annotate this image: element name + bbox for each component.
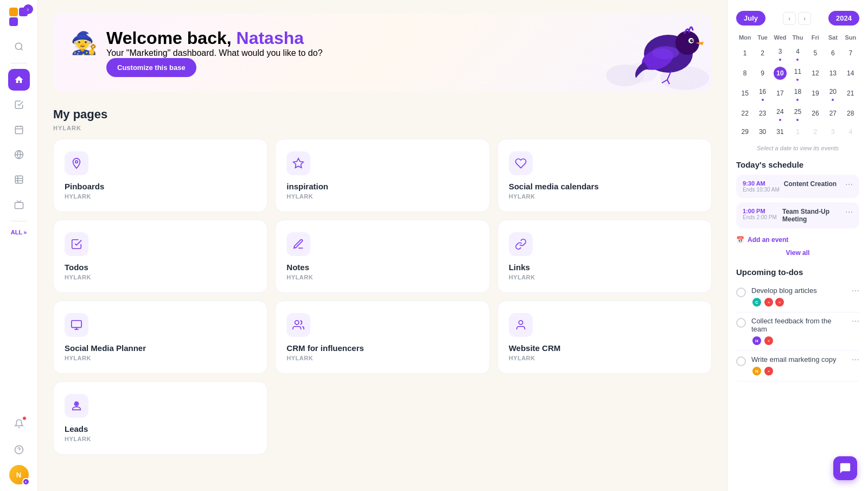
cal-day-1-2[interactable]: 10 bbox=[771, 63, 789, 83]
calendar-next-btn[interactable]: › bbox=[798, 12, 811, 25]
remove-avatar-1[interactable]: × bbox=[764, 298, 773, 307]
cal-day-3-4[interactable]: 26 bbox=[807, 103, 824, 123]
chat-icon bbox=[839, 462, 851, 474]
schedule-end-2: Ends 2:00 PM bbox=[743, 214, 778, 220]
todo-checkbox-3[interactable] bbox=[736, 356, 746, 366]
notes-workspace: HYLARK bbox=[286, 274, 478, 280]
todo-item-1: Develop blog articles C × × ⋯ bbox=[736, 282, 859, 313]
logo[interactable]: › bbox=[8, 7, 30, 28]
right-panel: July ‹ › 2024 Mon Tue Wed Thu Fri Sat Su… bbox=[727, 0, 868, 491]
page-card-pinboards[interactable]: Pinboards HYLARK bbox=[53, 139, 267, 212]
cal-day-0-2[interactable]: 3 bbox=[771, 43, 789, 63]
page-card-inspiration[interactable]: inspiration HYLARK bbox=[275, 139, 489, 212]
page-card-links[interactable]: Links HYLARK bbox=[497, 220, 712, 293]
cal-header-tue: Tue bbox=[754, 32, 771, 43]
cal-day-3-1[interactable]: 23 bbox=[754, 103, 771, 123]
cal-day-1-1[interactable]: 9 bbox=[754, 63, 771, 83]
cal-day-4-1[interactable]: 30 bbox=[754, 123, 771, 141]
calendar-prev-btn[interactable]: ‹ bbox=[783, 12, 796, 25]
cal-day-2-3[interactable]: 18 bbox=[789, 83, 806, 103]
todo-more-1[interactable]: ⋯ bbox=[852, 286, 859, 295]
page-card-leads[interactable]: Leads HYLARK bbox=[53, 381, 267, 455]
remove-avatar-2[interactable]: × bbox=[775, 298, 784, 307]
cal-day-3-3[interactable]: 25 bbox=[789, 103, 806, 123]
todo-more-3[interactable]: ⋯ bbox=[852, 355, 859, 364]
cal-day-2-2[interactable]: 17 bbox=[771, 83, 789, 103]
sidebar-item-globe[interactable] bbox=[8, 144, 30, 165]
cal-day-4-4[interactable]: 2 bbox=[807, 123, 824, 141]
sidebar-bottom: N + bbox=[8, 413, 30, 484]
cal-day-1-3[interactable]: 11 bbox=[789, 63, 806, 83]
cal-day-2-4[interactable]: 19 bbox=[807, 83, 824, 103]
cal-day-1-0[interactable]: 8 bbox=[736, 63, 754, 83]
calendar-month[interactable]: July bbox=[736, 11, 765, 25]
page-card-social-planner[interactable]: Social Media Planner HYLARK bbox=[53, 301, 267, 374]
help-btn[interactable] bbox=[8, 439, 30, 461]
cal-day-2-6[interactable]: 21 bbox=[842, 83, 859, 103]
cal-day-3-0[interactable]: 22 bbox=[736, 103, 754, 123]
schedule-title: Today's schedule bbox=[736, 160, 859, 169]
cal-day-0-4[interactable]: 5 bbox=[807, 43, 824, 63]
page-card-social-calendars[interactable]: Social media calendars HYLARK bbox=[497, 139, 712, 212]
cal-day-3-6[interactable]: 28 bbox=[842, 103, 859, 123]
calendar-header: July ‹ › 2024 bbox=[736, 11, 859, 25]
all-pages-link[interactable]: ALL » bbox=[7, 227, 31, 238]
cal-day-0-0[interactable]: 1 bbox=[736, 43, 754, 63]
sidebar-item-tv[interactable] bbox=[8, 194, 30, 215]
svg-point-31 bbox=[75, 161, 78, 163]
add-event-label: Add an event bbox=[748, 236, 788, 244]
cal-day-2-0[interactable]: 15 bbox=[736, 83, 754, 103]
page-card-crm-influencers[interactable]: CRM for influencers HYLARK bbox=[275, 301, 489, 374]
social-planner-title: Social Media Planner bbox=[65, 343, 256, 353]
page-card-notes[interactable]: Notes HYLARK bbox=[275, 220, 489, 293]
cal-day-3-2[interactable]: 24 bbox=[771, 103, 789, 123]
sidebar-item-table[interactable] bbox=[8, 169, 30, 190]
cal-day-4-6[interactable]: 4 bbox=[842, 123, 859, 141]
cal-day-1-6[interactable]: 14 bbox=[842, 63, 859, 83]
cal-day-2-1[interactable]: 16 bbox=[754, 83, 771, 103]
add-event-button[interactable]: 📅 Add an event bbox=[736, 233, 859, 247]
inspiration-icon bbox=[286, 151, 310, 175]
cal-dot-1-3 bbox=[796, 79, 799, 81]
cal-day-1-4[interactable]: 12 bbox=[807, 63, 824, 83]
cal-day-0-6[interactable]: 7 bbox=[842, 43, 859, 63]
chat-button[interactable] bbox=[833, 456, 857, 480]
customize-button[interactable]: Customize this base bbox=[106, 58, 196, 77]
cal-day-3-5[interactable]: 27 bbox=[824, 103, 841, 123]
cal-day-4-0[interactable]: 29 bbox=[736, 123, 754, 141]
cal-day-1-5[interactable]: 13 bbox=[824, 63, 841, 83]
todo-checkbox-2[interactable] bbox=[736, 318, 746, 328]
remove-avatar-4[interactable]: × bbox=[764, 367, 773, 375]
welcome-content: 🧙 Welcome back, Natasha Your "Marketing"… bbox=[71, 28, 323, 77]
cal-day-0-5[interactable]: 6 bbox=[824, 43, 841, 63]
search-icon-btn[interactable] bbox=[8, 36, 30, 58]
view-all-link[interactable]: View all bbox=[736, 247, 859, 259]
page-card-todos[interactable]: Todos HYLARK bbox=[53, 220, 267, 293]
notification-btn[interactable] bbox=[8, 413, 30, 435]
cal-day-2-5[interactable]: 20 bbox=[824, 83, 841, 103]
sidebar-item-calendar[interactable] bbox=[8, 119, 30, 141]
calendar-year[interactable]: 2024 bbox=[828, 11, 859, 25]
sidebar-expand-icon[interactable]: › bbox=[23, 4, 33, 14]
cal-week-2: 15161718192021 bbox=[736, 83, 859, 103]
schedule-more-2[interactable]: ⋯ bbox=[845, 208, 853, 216]
todo-checkbox-1[interactable] bbox=[736, 288, 746, 297]
user-avatar[interactable]: N + bbox=[9, 465, 29, 484]
todos-icon bbox=[65, 232, 88, 256]
cal-dot-3-3 bbox=[796, 119, 799, 121]
cal-day-4-5[interactable]: 3 bbox=[824, 123, 841, 141]
crm-influencers-title: CRM for influencers bbox=[286, 343, 478, 353]
schedule-time-1: 9:30 AM Ends 10:30 AM bbox=[743, 180, 780, 193]
cal-day-4-3[interactable]: 1 bbox=[789, 123, 806, 141]
cal-day-0-1[interactable]: 2 bbox=[754, 43, 771, 63]
svg-point-26 bbox=[690, 39, 693, 42]
svg-rect-5 bbox=[15, 126, 23, 134]
page-card-website-crm[interactable]: Website CRM HYLARK bbox=[497, 301, 712, 374]
cal-day-4-2[interactable]: 31 bbox=[771, 123, 789, 141]
cal-day-0-3[interactable]: 4 bbox=[789, 43, 806, 63]
sidebar-item-tasks[interactable] bbox=[8, 94, 30, 116]
schedule-more-1[interactable]: ⋯ bbox=[845, 180, 853, 189]
sidebar-item-home[interactable] bbox=[8, 69, 30, 91]
todo-more-2[interactable]: ⋯ bbox=[852, 317, 859, 326]
remove-avatar-3[interactable]: × bbox=[764, 336, 773, 345]
